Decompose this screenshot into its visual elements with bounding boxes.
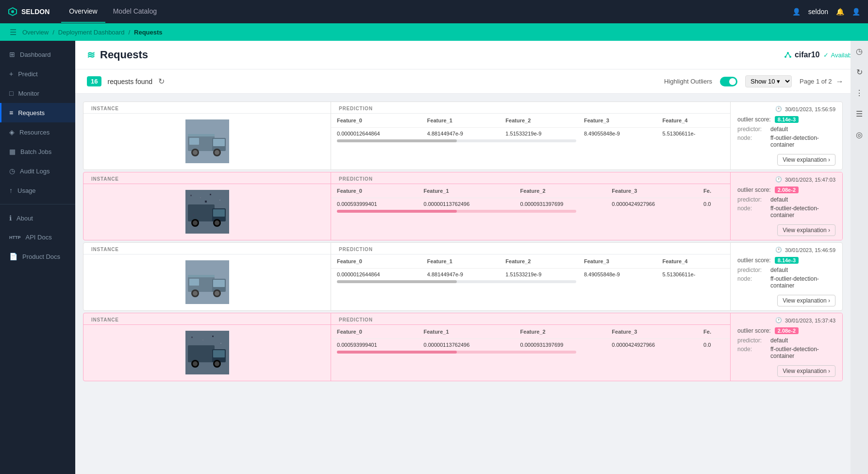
instance-label-2: INSTANCE [83,172,331,184]
node-row-4: node: ff-outlier-detection-container [737,346,835,359]
svg-rect-40 [189,279,199,286]
svg-point-14 [215,150,219,155]
share-icon-btn[interactable]: ⋮ [853,86,865,100]
prediction-table-2: Feature_0 Feature_1 Feature_2 Feature_3 … [331,184,730,210]
nav-overview[interactable]: Overview [61,0,105,23]
sidebar-item-product-docs[interactable]: 📄 Product Docs [0,247,75,266]
prediction-panel-4: PREDICTION Feature_0 Feature_1 Feature_2… [331,313,731,381]
val-feature3-1: 8.49055848e-9 [578,128,657,140]
sidebar-item-about[interactable]: ℹ About [0,208,75,228]
highlight-outliers-toggle[interactable] [720,77,737,86]
logo-text: SELDON [21,8,50,16]
node-key-4: node: [737,346,767,359]
timestamp-text-2: 30/01/2023, 15:47:03 [785,177,835,183]
val-feature2-4: 0.0000931397699 [515,339,606,351]
val-feature2-2: 0.0000931397699 [515,198,606,210]
svg-point-38 [215,291,219,296]
sidebar-item-usage[interactable]: ↑ Usage [0,181,75,200]
seldon-logo-icon [8,7,17,17]
clock-icon-4: 🕐 [775,317,782,323]
sidebar-item-dashboard[interactable]: ⊞ Dashboard [0,45,75,64]
truck-svg-1 [185,119,229,163]
outlier-score-3: outlier score: 8.14e-3 [737,257,835,264]
sidebar-item-audit-logs[interactable]: ◷ Audit Logs [0,161,75,181]
sidebar-item-resources[interactable]: ◈ Resources [0,122,75,142]
prediction-table-3: Feature_0 Feature_1 Feature_2 Feature_3 … [331,254,730,280]
col-feature2-1: Feature_2 [500,114,578,128]
api-docs-icon: HTTP [9,235,21,240]
prediction-scrollbar-1 [337,139,576,142]
count-badge: 16 [87,76,101,86]
show-select[interactable]: Show 10 ▾ Show 25 Show 50 [745,75,792,87]
svg-point-24 [215,220,219,225]
svg-rect-29 [193,214,194,216]
col-feature3-2: Feature_3 [606,184,698,198]
view-explanation-button-3[interactable]: View explanation › [777,295,835,306]
account-icon[interactable]: 👤 [852,8,860,16]
instance-panel-4: INSTANCE [83,313,331,381]
username[interactable]: seldon [808,8,828,16]
sidebar-item-api-docs[interactable]: HTTP API Docs [0,228,75,247]
hamburger-icon[interactable]: ☰ [10,28,17,37]
val-feature4-1: 5.51306611e- [656,128,730,140]
breadcrumb-deployment[interactable]: Deployment Dashboard [58,29,125,36]
prediction-label-2: PREDICTION [331,172,730,184]
svg-rect-49 [191,337,193,338]
main-content: ≋ Requests cifar10 ✓ Available [75,41,868,474]
view-explanation-button-1[interactable]: View explanation › [777,154,835,166]
truck-svg-2 [185,190,229,234]
page-title-icon: ≋ [87,49,95,61]
predictor-row-1: predictor: default [737,126,835,133]
node-key-1: node: [737,135,767,148]
prediction-scroll-4[interactable]: Feature_0 Feature_1 Feature_2 Feature_3 … [331,325,730,351]
sidebar-item-predict[interactable]: + Predict [0,64,75,84]
refresh-side-icon-btn[interactable]: ↻ [854,66,865,79]
view-explanation-button-4[interactable]: View explanation › [777,365,835,377]
prediction-scroll-2[interactable]: Feature_0 Feature_1 Feature_2 Feature_3 … [331,184,730,210]
timestamp-text-4: 30/01/2023, 15:37:43 [785,318,835,323]
val-feature0-4: 0.000593999401 [331,339,418,351]
side-panel-icons: ◷ ↻ ⋮ ☰ ◎ [851,41,868,474]
model-network-icon [784,51,792,59]
outlier-score-2: outlier score: 2.08e-2 [737,186,835,193]
location-icon-btn[interactable]: ◎ [854,128,865,141]
outlier-label-1: outlier score: [737,116,771,123]
list-icon-btn[interactable]: ☰ [854,107,865,120]
svg-rect-30 [205,201,207,203]
history-icon-btn[interactable]: ◷ [854,45,865,58]
resources-icon: ◈ [9,128,15,136]
svg-point-1 [11,10,14,13]
predictor-key-4: predictor: [737,337,767,344]
sidebar-item-batch-jobs[interactable]: ▦ Batch Jobs [0,142,75,161]
notification-icon[interactable]: 🔔 [836,8,844,16]
model-name-area: cifar10 [784,51,820,59]
svg-rect-52 [220,343,221,344]
requests-found-label: requests found [107,78,152,85]
col-feature1-3: Feature_1 [421,254,500,269]
node-key-2: node: [737,205,767,219]
sidebar-item-requests[interactable]: ≡ Requests [0,103,75,122]
prediction-scroll-1[interactable]: Feature_0 Feature_1 Feature_2 Feature_3 … [331,114,730,139]
svg-rect-18 [188,204,215,221]
val-feature1-2: 0.00000113762496 [418,198,515,210]
outlier-score-1: outlier score: 8.14e-3 [737,116,835,123]
meta-panel-1: 🕐 30/01/2023, 15:56:59 outlier score: 8.… [731,102,842,169]
next-page-button[interactable]: → [835,77,843,86]
refresh-button[interactable]: ↻ [158,77,165,86]
top-nav-right: 👤 seldon 🔔 👤 [792,8,860,16]
prediction-scroll-3[interactable]: Feature_0 Feature_1 Feature_2 Feature_3 … [331,254,730,280]
col-feature0-3: Feature_0 [331,254,421,269]
view-explanation-button-2[interactable]: View explanation › [777,224,835,236]
nav-model-catalog[interactable]: Model Catalog [105,0,165,23]
breadcrumb-overview[interactable]: Overview [22,29,49,36]
node-val-4: ff-outlier-detection-container [770,346,835,359]
svg-point-46 [193,361,198,366]
image-area-4 [83,325,331,380]
timestamp-4: 🕐 30/01/2023, 15:37:43 [737,317,835,323]
outlier-label-2: outlier score: [737,186,771,193]
predictor-row-4: predictor: default [737,337,835,344]
truck-svg-4 [185,331,229,374]
top-nav: SELDON Overview Model Catalog 👤 seldon 🔔… [0,0,868,23]
sidebar-item-monitor[interactable]: □ Monitor [0,84,75,103]
outlier-score-4: outlier score: 2.08e-2 [737,327,835,334]
